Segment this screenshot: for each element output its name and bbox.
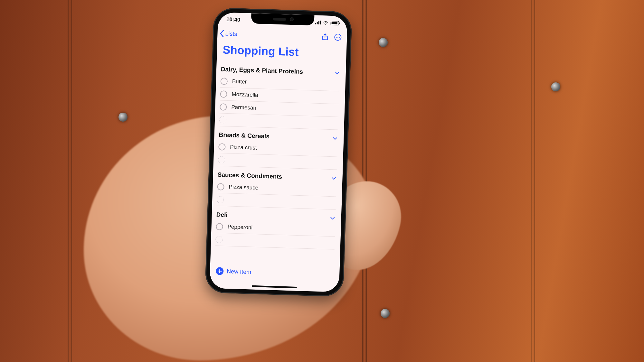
section: Sauces & CondimentsPizza sauce bbox=[217, 168, 337, 210]
svg-point-1 bbox=[336, 37, 337, 38]
home-indicator[interactable] bbox=[252, 285, 297, 288]
checkbox-circle-placeholder-icon[interactable] bbox=[217, 196, 224, 203]
phone-frame: 10:40 Lists Shopping List Dairy, Eggs & … bbox=[205, 7, 352, 297]
list-item-label: Mozzarella bbox=[232, 91, 258, 98]
checkbox-circle-placeholder-icon[interactable] bbox=[218, 156, 225, 163]
nail bbox=[379, 38, 388, 47]
page-title: Shopping List bbox=[223, 43, 299, 58]
checkbox-circle-icon[interactable] bbox=[220, 90, 227, 98]
new-item-label: New Item bbox=[227, 268, 251, 275]
checkbox-circle-placeholder-icon[interactable] bbox=[215, 236, 223, 243]
chevron-down-icon bbox=[332, 135, 338, 142]
svg-point-2 bbox=[337, 37, 338, 38]
cell-signal-icon bbox=[315, 20, 321, 24]
status-time: 10:40 bbox=[226, 16, 241, 23]
section-title: Deli bbox=[216, 211, 228, 218]
section-title: Sauces & Condiments bbox=[217, 171, 282, 180]
chevron-down-icon bbox=[331, 175, 337, 181]
nail bbox=[118, 113, 128, 122]
section: Breads & CerealsPizza crust bbox=[218, 128, 338, 170]
wood-seam bbox=[68, 0, 72, 362]
list-item-label: Pizza sauce bbox=[229, 184, 258, 191]
back-button[interactable]: Lists bbox=[219, 30, 237, 38]
section: DeliPepperoni bbox=[215, 208, 336, 250]
section-title: Dairy, Eggs & Plant Proteins bbox=[221, 66, 303, 75]
checkbox-circle-icon[interactable] bbox=[220, 103, 227, 111]
chevron-left-icon bbox=[219, 30, 225, 37]
section: Dairy, Eggs & Plant ProteinsButterMozzar… bbox=[219, 62, 340, 130]
chevron-down-icon bbox=[329, 215, 336, 221]
plus-circle-icon bbox=[216, 267, 224, 275]
list-item-label: Pizza crust bbox=[230, 144, 257, 151]
wifi-icon bbox=[323, 20, 329, 25]
bottom-bar: New Item bbox=[210, 265, 340, 292]
svg-point-3 bbox=[339, 37, 340, 38]
checkbox-circle-icon[interactable] bbox=[218, 143, 226, 151]
checkbox-circle-placeholder-icon[interactable] bbox=[219, 116, 227, 124]
list-item-label: Pepperoni bbox=[227, 224, 252, 231]
list-content[interactable]: Dairy, Eggs & Plant ProteinsButterMozzar… bbox=[210, 60, 346, 269]
checkbox-circle-icon[interactable] bbox=[217, 183, 224, 190]
share-icon[interactable] bbox=[321, 33, 329, 41]
phone-screen: 10:40 Lists Shopping List Dairy, Eggs & … bbox=[210, 12, 348, 292]
battery-icon bbox=[331, 21, 339, 25]
list-item-label: Butter bbox=[232, 78, 247, 85]
notch bbox=[251, 13, 315, 25]
back-label: Lists bbox=[225, 30, 237, 37]
new-item-button[interactable]: New Item bbox=[216, 267, 251, 276]
checkbox-circle-icon[interactable] bbox=[221, 78, 228, 85]
checkbox-circle-icon[interactable] bbox=[216, 223, 223, 230]
ellipsis-circle-icon[interactable] bbox=[334, 33, 342, 41]
list-item-label: Parmesan bbox=[231, 104, 256, 111]
status-indicators bbox=[315, 20, 339, 25]
nail bbox=[551, 82, 560, 91]
section-title: Breads & Cereals bbox=[219, 131, 270, 140]
nail bbox=[381, 309, 390, 318]
wood-seam bbox=[531, 0, 535, 362]
chevron-down-icon bbox=[334, 70, 340, 76]
